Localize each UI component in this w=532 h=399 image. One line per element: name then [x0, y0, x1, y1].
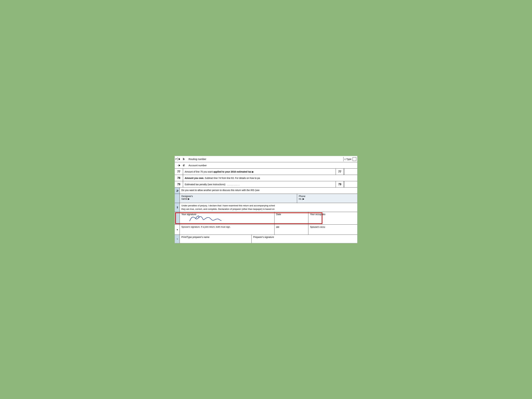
line-78-text: Amount you owe. Subtract line 74 from li…: [185, 177, 260, 180]
type-section: c Type:: [343, 157, 357, 161]
line-79-num-right: 79: [336, 181, 344, 187]
left-cut: t?: [175, 158, 178, 161]
account-number-row: d Account number: [175, 162, 357, 169]
line-77-bold: applied to your 2016 estimated tax: [214, 171, 252, 173]
line-79-text: Estimated tax penalty (see instructions)…: [185, 183, 240, 186]
spouse-signature-row: ◄ Spouse's signature. If a joint return,…: [175, 225, 357, 235]
account-d-label: d: [182, 163, 187, 168]
designee-name-cell[interactable]: Designee'sname ▶: [180, 194, 297, 203]
designee-side: [175, 194, 180, 203]
spouse-arrow-icon: ◄: [176, 228, 178, 231]
spouse-sig-label: Spouse's signature. If a joint return, b…: [181, 226, 231, 228]
perjury-line2: they are true, correct, and complete. De…: [181, 208, 356, 211]
routing-label: Routing number: [187, 157, 267, 161]
sign-side-text: ee: [176, 206, 178, 208]
phone-arrow-icon: ▶: [303, 197, 304, 200]
signature-drawing: [188, 214, 225, 223]
preparer-name-label: Print/Type preparer's name: [181, 236, 209, 238]
third-party-label-text: ty: [176, 190, 178, 192]
designee-row: Designee'sname ▶ Phoneno. ▶: [175, 194, 357, 203]
preparer-sig-label: Preparer's signature: [253, 236, 274, 238]
designee-arrow-icon: ▶: [188, 197, 190, 200]
line-77-row: 77 Amount of line 75 you want applied to…: [175, 169, 357, 175]
account-left-cut: [175, 165, 178, 166]
your-signature-cell[interactable]: Your signature: [180, 212, 274, 224]
tax-form: t? b Routing number: [175, 156, 357, 243]
preparer-name-cell[interactable]: Print/Type preparer's name: [180, 235, 252, 243]
spouse-date-label: ate: [276, 226, 279, 228]
routing-number-row: t? b Routing number: [175, 156, 357, 162]
third-party-side-label: ty: [175, 188, 180, 194]
spouse-occ-label: Spouse's occu: [310, 226, 325, 228]
preparer-sig-cell[interactable]: Preparer's signature: [252, 235, 357, 243]
designee-phone-cell[interactable]: Phoneno. ▶: [297, 194, 357, 203]
occupation-label: Your occupatio: [310, 213, 325, 216]
line-77-text-start: Amount of line 75 you want applied to yo…: [185, 170, 254, 173]
account-label: Account number: [187, 163, 264, 167]
line-79-value[interactable]: [344, 181, 357, 187]
line-78-bold: Amount you owe.: [185, 177, 204, 179]
your-signature-row: Your signature Date Your occupatio: [175, 212, 357, 225]
line-77-value[interactable]: [344, 169, 357, 175]
routing-arrow: [178, 158, 182, 161]
sign-section: ee Under penalties of perjury, I declare…: [175, 203, 357, 243]
routing-b-label: b: [182, 157, 187, 161]
account-arrow: [178, 164, 182, 167]
perjury-header: ee Under penalties of perjury, I declare…: [175, 203, 357, 212]
type-checkbox[interactable]: [353, 157, 356, 161]
perjury-text: Under penalties of perjury, I declare th…: [180, 203, 357, 212]
line-77-num-right: 77: [336, 169, 344, 175]
spouse-signature-cell[interactable]: Spouse's signature. If a joint return, b…: [180, 225, 274, 234]
account-arrow-icon: [179, 165, 180, 166]
your-date-cell[interactable]: Date: [274, 212, 308, 224]
line-79-num: 79: [175, 181, 183, 187]
preparer-side-text: r: [176, 239, 178, 239]
arrow-icon: [179, 158, 180, 160]
line-77-desc: Amount of line 75 you want applied to yo…: [183, 169, 336, 175]
line-79-row: 79 Estimated tax penalty (see instructio…: [175, 181, 357, 188]
line-78-desc: Amount you owe. Subtract line 74 from li…: [183, 175, 357, 181]
designee-name-label: Designee'sname ▶: [181, 195, 295, 200]
line-77-num: 77: [175, 169, 183, 175]
your-sig-side: [175, 212, 180, 224]
type-label: c Type:: [344, 158, 352, 160]
line-78-num: 78: [175, 175, 183, 181]
designee-phone-label: Phoneno. ▶: [299, 195, 356, 200]
spouse-side: ◄: [175, 225, 180, 234]
spouse-date-cell[interactable]: ate: [274, 225, 308, 234]
third-party-row: ty Do you want to allow another person t…: [175, 188, 357, 194]
line-79-desc: Estimated tax penalty (see instructions)…: [183, 181, 336, 187]
third-party-content: Do you want to allow another person to d…: [180, 188, 357, 194]
preparer-side: r: [175, 235, 180, 243]
perjury-line1: Under penalties of perjury, I declare th…: [181, 204, 356, 207]
preparer-row: r Print/Type preparer's name Preparer's …: [175, 235, 357, 243]
date-label: Date: [276, 213, 281, 216]
your-occupation-cell[interactable]: Your occupatio: [308, 212, 357, 224]
spouse-occupation-cell[interactable]: Spouse's occu: [308, 225, 357, 234]
sign-side-label: ee: [175, 203, 180, 212]
page-background: t? b Routing number: [0, 0, 532, 399]
line-78-row: 78 Amount you owe. Subtract line 74 from…: [175, 175, 357, 181]
